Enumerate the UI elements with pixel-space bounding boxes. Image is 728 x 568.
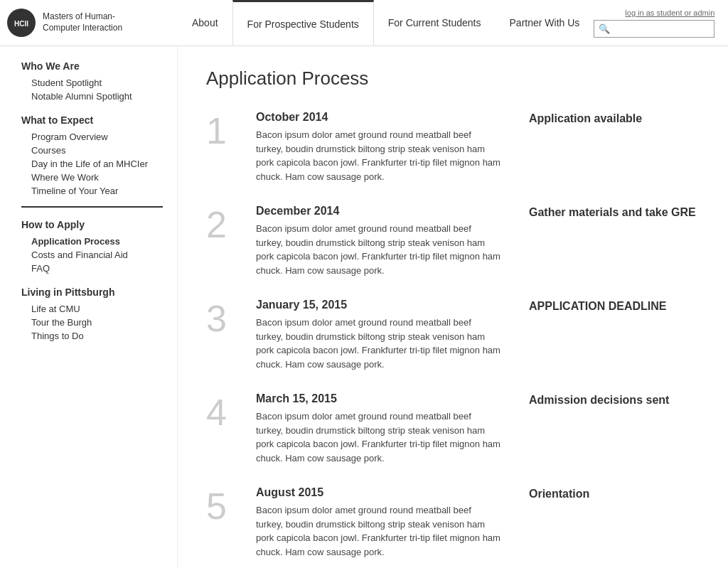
search-box: log in as student or admin 🔍	[594, 9, 714, 38]
timeline-number-4: 4	[206, 392, 249, 431]
sidebar-item-life-cmu[interactable]: Life at CMU	[21, 302, 163, 316]
sidebar-item-tour-burgh[interactable]: Tour the Burgh	[21, 316, 163, 329]
logo-icon: HCII	[7, 9, 36, 37]
sidebar-item-notable-alumni[interactable]: Notable Alumni Spotlight	[21, 90, 163, 103]
timeline-label-1: Application available	[500, 111, 700, 125]
timeline-number-1: 1	[206, 111, 249, 149]
header: HCII Masters of Human-Computer Interacti…	[0, 0, 728, 46]
sidebar-item-day-in-life[interactable]: Day in the Life of an MHCIer	[21, 157, 163, 171]
login-link[interactable]: log in as student or admin	[625, 9, 714, 17]
sidebar-section-who-we-are[interactable]: Who We Are	[21, 60, 163, 72]
main-layout: Who We Are Student Spotlight Notable Alu…	[0, 46, 728, 568]
timeline-number-3: 3	[206, 299, 249, 337]
nav-about[interactable]: About	[178, 0, 232, 45]
timeline-item-2: 2 December 2014 Bacon ipsum dolor amet g…	[206, 205, 700, 277]
timeline-number-2: 2	[206, 205, 249, 243]
sidebar-section-what-to-expect[interactable]: What to Expect	[21, 114, 163, 126]
timeline-date-5: August 2015	[256, 486, 500, 499]
page-title: Application Process	[206, 68, 700, 90]
search-input[interactable]	[614, 21, 714, 37]
sidebar-divider	[21, 206, 163, 208]
timeline-item-1: 1 October 2014 Bacon ipsum dolor amet gr…	[206, 111, 700, 183]
timeline-date-3: January 15, 2015	[256, 299, 500, 311]
nav-partner[interactable]: Partner With Us	[496, 0, 594, 45]
timeline-date-2: December 2014	[256, 205, 500, 218]
timeline-date-1: October 2014	[256, 111, 500, 124]
nav-prospective[interactable]: For Prospective Students	[232, 0, 374, 45]
timeline-item-4: 4 March 15, 2015 Bacon ipsum dolor amet …	[206, 392, 700, 465]
timeline-item-5: 5 August 2015 Bacon ipsum dolor amet gro…	[206, 486, 700, 559]
timeline-body-5: August 2015 Bacon ipsum dolor amet groun…	[249, 486, 500, 559]
timeline-body-1: October 2014 Bacon ipsum dolor amet grou…	[249, 111, 500, 183]
sidebar-item-courses[interactable]: Courses	[21, 144, 163, 157]
sidebar-section-living-pittsburgh[interactable]: Living in Pittsburgh	[21, 286, 163, 298]
sidebar-item-student-spotlight[interactable]: Student Spotlight	[21, 76, 163, 90]
timeline-desc-3: Bacon ipsum dolor amet ground round meat…	[256, 316, 500, 371]
timeline-number-5: 5	[206, 486, 249, 525]
sidebar-item-timeline[interactable]: Timeline of Your Year	[21, 184, 163, 198]
sidebar: Who We Are Student Spotlight Notable Alu…	[0, 46, 178, 568]
nav-current[interactable]: For Current Students	[374, 0, 496, 45]
sidebar-item-faq[interactable]: FAQ	[21, 262, 163, 275]
timeline-label-2: Gather materials and take GRE	[500, 205, 700, 219]
timeline-label-5: Orientation	[500, 486, 700, 500]
timeline-label-4: Admission decisions sent	[500, 392, 700, 407]
timeline-body-2: December 2014 Bacon ipsum dolor amet gro…	[249, 205, 500, 277]
timeline-desc-1: Bacon ipsum dolor amet ground round meat…	[256, 128, 500, 183]
timeline-date-4: March 15, 2015	[256, 392, 500, 405]
sidebar-item-costs[interactable]: Costs and Financial Aid	[21, 248, 163, 262]
timeline-desc-2: Bacon ipsum dolor amet ground round meat…	[256, 222, 500, 277]
logo-area: HCII Masters of Human-Computer Interacti…	[7, 9, 178, 37]
timeline-label-3: APPLICATION DEADLINE	[500, 299, 700, 313]
sidebar-item-things-to-do[interactable]: Things to Do	[21, 329, 163, 343]
nav: About For Prospective Students For Curre…	[178, 0, 594, 45]
sidebar-item-program-overview[interactable]: Program Overview	[21, 130, 163, 144]
sidebar-item-application-process[interactable]: Application Process	[21, 235, 163, 248]
sidebar-item-where-we-work[interactable]: Where We Work	[21, 171, 163, 184]
timeline-desc-4: Bacon ipsum dolor amet ground round meat…	[256, 409, 500, 465]
site-title: Masters of Human-Computer Interaction	[43, 11, 135, 33]
sidebar-section-how-to-apply[interactable]: How to Apply	[21, 219, 163, 230]
timeline-body-4: March 15, 2015 Bacon ipsum dolor amet gr…	[249, 392, 500, 465]
content-area: Application Process 1 October 2014 Bacon…	[178, 46, 728, 568]
search-icon: 🔍	[594, 21, 614, 37]
timeline-item-3: 3 January 15, 2015 Bacon ipsum dolor ame…	[206, 299, 700, 371]
timeline-body-3: January 15, 2015 Bacon ipsum dolor amet …	[249, 299, 500, 371]
svg-text:HCII: HCII	[14, 20, 28, 28]
timeline-desc-5: Bacon ipsum dolor amet ground round meat…	[256, 503, 500, 559]
